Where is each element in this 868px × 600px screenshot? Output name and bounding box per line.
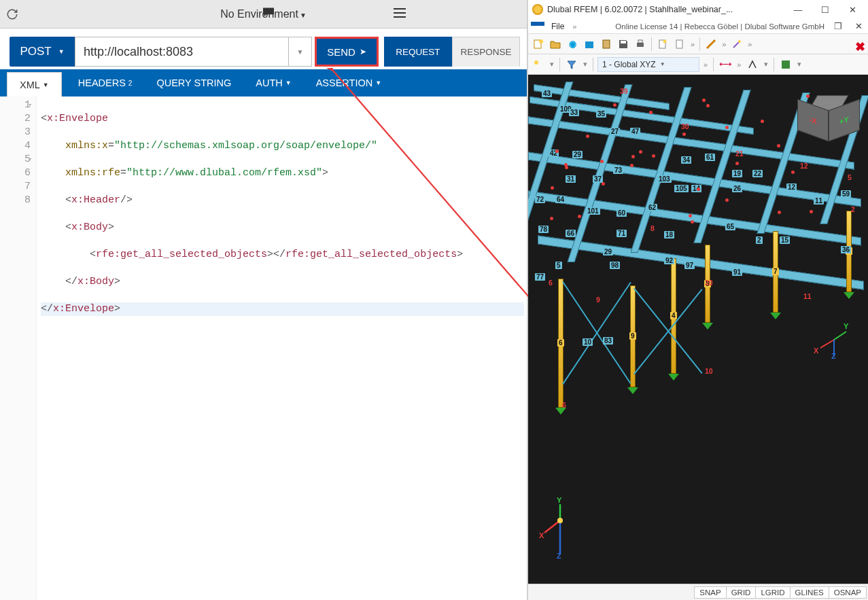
language-flag-icon[interactable] xyxy=(531,22,544,31)
cancel-icon[interactable]: ✖ xyxy=(855,39,865,54)
star-new-icon[interactable] xyxy=(531,57,546,72)
toolbar-main: ◉ » » » ✖ xyxy=(528,34,868,54)
tab-assertion[interactable]: ASSERTION ▼ xyxy=(304,69,394,96)
doc-icon[interactable] xyxy=(672,37,687,52)
window-title: Dlubal RFEM | 6.02.0072 | Stahlhalle_web… xyxy=(547,5,733,14)
toolbar-secondary: ▾ ▾ 1 - Global XYZ▼ » ⟷ » ▾ ▾ xyxy=(528,54,868,75)
send-arrow-icon: ➤ xyxy=(360,47,366,56)
top-bar: No Environment▼ xyxy=(0,0,527,29)
menu-more-icon[interactable]: » xyxy=(571,22,578,31)
svg-point-11 xyxy=(738,40,741,43)
code-body[interactable]: <x:Envelope xmlns:x="http://schemas.xmls… xyxy=(37,96,527,600)
coord-system-selector[interactable]: 1 - Global XYZ▼ xyxy=(597,57,699,72)
tab-response[interactable]: RESPONSE xyxy=(452,37,520,67)
status-bar: SNAP GRID LGRID GLINES OSNAP xyxy=(528,584,868,600)
cloud-icon[interactable]: ◉ xyxy=(565,37,580,52)
close-button[interactable]: ✕ xyxy=(841,1,864,18)
hamburger-icon[interactable] xyxy=(394,7,406,21)
save-icon[interactable] xyxy=(616,37,631,52)
measure-icon[interactable] xyxy=(704,37,718,52)
menu-bar: File » Online License 14 | Rebecca Göbel… xyxy=(528,19,868,34)
app-icon xyxy=(532,4,543,15)
caret-down-icon: ▼ xyxy=(300,12,307,19)
wand-icon[interactable] xyxy=(729,37,744,52)
status-snap[interactable]: SNAP xyxy=(694,586,726,599)
status-lgrid[interactable]: LGRID xyxy=(755,586,790,599)
axis-tripod: X Y Z xyxy=(814,319,854,362)
filter-icon[interactable] xyxy=(564,57,579,72)
maximize-button[interactable]: ☐ xyxy=(814,1,837,18)
line-gutter: 1 2 3 4 5 6 7 8 xyxy=(0,96,37,600)
svg-point-12 xyxy=(534,60,538,65)
model-viewport[interactable]: 6948714310933354229274731377334103611922… xyxy=(528,75,868,584)
tab-query-string[interactable]: QUERY STRING xyxy=(144,69,243,96)
svg-rect-4 xyxy=(603,40,610,48)
caret-down-icon: ▼ xyxy=(58,48,65,55)
svg-rect-3 xyxy=(585,41,593,48)
menu-file[interactable]: File xyxy=(551,22,564,31)
paste-icon[interactable] xyxy=(599,37,614,52)
request-row: POST▼ http://localhost:8083 ▼ SEND➤ REQU… xyxy=(0,29,527,69)
tab-headers[interactable]: HEADERS 2 xyxy=(66,69,145,96)
window-titlebar: Dlubal RFEM | 6.02.0072 | Stahlhalle_web… xyxy=(528,0,868,19)
svg-rect-7 xyxy=(638,40,642,43)
block-icon[interactable] xyxy=(582,37,597,52)
url-history-dropdown[interactable]: ▼ xyxy=(289,37,312,67)
support-icon xyxy=(627,387,638,394)
tab-auth[interactable]: AUTH ▼ xyxy=(243,69,303,96)
send-button[interactable]: SEND➤ xyxy=(315,37,379,67)
svg-line-15 xyxy=(834,332,846,340)
code-editor[interactable]: 1 2 3 4 5 6 7 8 <x:Envelope xmlns:x="htt… xyxy=(0,96,527,600)
close-doc-icon[interactable]: ✕ xyxy=(852,18,865,35)
support-icon xyxy=(668,374,679,381)
svg-point-20 xyxy=(557,518,563,523)
render-icon[interactable] xyxy=(778,57,793,72)
support-icon xyxy=(770,313,781,319)
svg-rect-10 xyxy=(676,40,682,48)
more-icon[interactable]: » xyxy=(721,40,727,48)
svg-line-17 xyxy=(544,520,560,533)
lines-icon[interactable] xyxy=(745,57,760,72)
axis-origin-tripod: X Y Z xyxy=(536,500,584,563)
http-method-selector[interactable]: POST▼ xyxy=(10,37,75,67)
request-tab-bar: XML ▼ HEADERS 2 QUERY STRING AUTH ▼ ASSE… xyxy=(0,69,527,96)
restore-down-icon[interactable]: ❐ xyxy=(831,18,845,35)
svg-rect-5 xyxy=(621,41,626,43)
minimize-button[interactable]: — xyxy=(786,1,810,18)
more-icon[interactable]: » xyxy=(689,40,696,48)
status-grid[interactable]: GRID xyxy=(726,586,757,599)
status-osnap[interactable]: OSNAP xyxy=(829,586,867,599)
license-info: Online License 14 | Rebecca Göbel | Dlub… xyxy=(615,22,824,31)
new-icon[interactable] xyxy=(531,37,546,52)
new-doc-icon[interactable] xyxy=(655,37,670,52)
support-icon xyxy=(702,323,713,330)
chat-icon[interactable] xyxy=(262,7,275,21)
print-icon[interactable] xyxy=(633,37,648,52)
status-glines[interactable]: GLINES xyxy=(790,586,829,599)
svg-rect-13 xyxy=(782,60,790,69)
dimension-icon[interactable]: ⟷ xyxy=(718,57,733,72)
view-cube[interactable]: -X +Y xyxy=(797,88,860,145)
url-input[interactable]: http://localhost:8083 xyxy=(75,37,289,67)
tab-request[interactable]: REQUEST xyxy=(384,37,452,67)
svg-point-9 xyxy=(663,39,667,43)
svg-line-14 xyxy=(820,340,834,348)
svg-point-2 xyxy=(539,39,543,43)
open-icon[interactable] xyxy=(548,37,563,52)
support-icon xyxy=(844,292,854,299)
tab-body-xml[interactable]: XML ▼ xyxy=(7,72,62,96)
svg-rect-6 xyxy=(637,43,644,47)
